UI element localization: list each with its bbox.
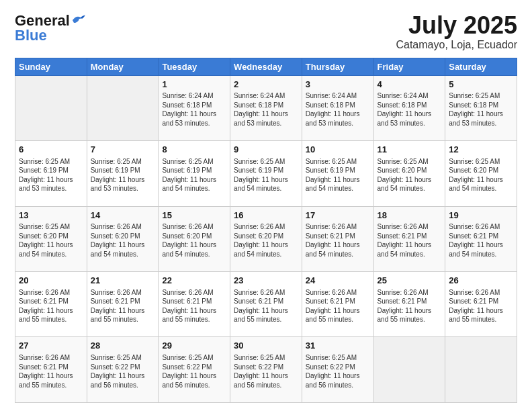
- header-friday: Friday: [373, 58, 445, 75]
- cell-sunset: Sunset: 6:20 PM: [19, 232, 69, 240]
- cell-daylight: Daylight: 11 hours and 54 minutes.: [19, 241, 73, 258]
- cell-info: Sunrise: 6:26 AMSunset: 6:21 PMDaylight:…: [19, 288, 83, 324]
- cell-sunset: Sunset: 6:21 PM: [19, 363, 69, 371]
- cell-sunset: Sunset: 6:19 PM: [91, 167, 140, 174]
- cell-sunset: Sunset: 6:22 PM: [306, 363, 355, 371]
- cell-sunrise: Sunrise: 6:25 AM: [19, 223, 70, 230]
- cell-daylight: Daylight: 11 hours and 53 minutes.: [91, 176, 145, 193]
- cell-sunrise: Sunrise: 6:25 AM: [306, 158, 357, 165]
- logo-blue-text: Blue: [15, 27, 47, 44]
- calendar-cell: 30Sunrise: 6:25 AMSunset: 6:22 PMDayligh…: [230, 337, 302, 403]
- calendar-cell: 8Sunrise: 6:25 AMSunset: 6:19 PMDaylight…: [159, 141, 230, 206]
- cell-sunrise: Sunrise: 6:26 AM: [378, 223, 429, 230]
- cell-date-number: 23: [234, 275, 298, 287]
- header-sunday: Sunday: [15, 58, 87, 75]
- title-block: July 2025 Catamayo, Loja, Ecuador: [396, 12, 517, 51]
- calendar-cell: 15Sunrise: 6:26 AMSunset: 6:20 PMDayligh…: [159, 206, 230, 271]
- calendar-cell: [445, 337, 517, 403]
- cell-info: Sunrise: 6:24 AMSunset: 6:18 PMDaylight:…: [234, 91, 298, 128]
- logo-bird-icon: [71, 13, 86, 26]
- cell-sunset: Sunset: 6:21 PM: [306, 298, 355, 305]
- cell-daylight: Daylight: 11 hours and 56 minutes.: [234, 372, 288, 389]
- cell-daylight: Daylight: 11 hours and 55 minutes.: [234, 307, 288, 324]
- cell-sunset: Sunset: 6:21 PM: [378, 298, 427, 305]
- cell-info: Sunrise: 6:25 AMSunset: 6:19 PMDaylight:…: [19, 157, 83, 193]
- logo: General Blue: [15, 12, 86, 44]
- cell-info: Sunrise: 6:26 AMSunset: 6:20 PMDaylight:…: [234, 222, 298, 259]
- cell-daylight: Daylight: 11 hours and 56 minutes.: [162, 372, 216, 389]
- calendar-cell: 31Sunrise: 6:25 AMSunset: 6:22 PMDayligh…: [302, 337, 373, 403]
- cell-date-number: 29: [162, 340, 226, 352]
- cell-sunset: Sunset: 6:21 PM: [306, 232, 355, 240]
- cell-sunrise: Sunrise: 6:26 AM: [91, 289, 142, 296]
- cell-daylight: Daylight: 11 hours and 53 minutes.: [19, 176, 73, 193]
- cell-date-number: 16: [234, 210, 298, 222]
- cell-date-number: 4: [378, 79, 442, 91]
- calendar-cell: 4Sunrise: 6:24 AMSunset: 6:18 PMDaylight…: [373, 75, 445, 140]
- header: General Blue July 2025 Catamayo, Loja, E…: [15, 12, 517, 51]
- cell-date-number: 28: [91, 340, 155, 352]
- cell-daylight: Daylight: 11 hours and 55 minutes.: [449, 307, 503, 324]
- cell-sunset: Sunset: 6:22 PM: [234, 363, 283, 371]
- cell-sunrise: Sunrise: 6:26 AM: [449, 289, 500, 296]
- cell-date-number: 25: [378, 275, 442, 287]
- calendar-cell: 6Sunrise: 6:25 AMSunset: 6:19 PMDaylight…: [15, 141, 87, 206]
- cell-sunset: Sunset: 6:21 PM: [449, 298, 498, 305]
- week-row-2: 6Sunrise: 6:25 AMSunset: 6:19 PMDaylight…: [15, 141, 517, 206]
- cell-info: Sunrise: 6:26 AMSunset: 6:21 PMDaylight:…: [306, 222, 370, 259]
- cell-sunset: Sunset: 6:18 PM: [162, 101, 212, 109]
- cell-info: Sunrise: 6:26 AMSunset: 6:21 PMDaylight:…: [449, 222, 513, 259]
- cell-daylight: Daylight: 11 hours and 54 minutes.: [449, 241, 503, 258]
- cell-sunrise: Sunrise: 6:24 AM: [162, 92, 213, 99]
- calendar-cell: 23Sunrise: 6:26 AMSunset: 6:21 PMDayligh…: [230, 272, 302, 337]
- cell-daylight: Daylight: 11 hours and 55 minutes.: [378, 307, 432, 324]
- header-thursday: Thursday: [302, 58, 373, 75]
- cell-sunset: Sunset: 6:20 PM: [162, 232, 212, 240]
- cell-info: Sunrise: 6:24 AMSunset: 6:18 PMDaylight:…: [162, 91, 226, 128]
- calendar-cell: 27Sunrise: 6:26 AMSunset: 6:21 PMDayligh…: [15, 337, 87, 403]
- cell-info: Sunrise: 6:26 AMSunset: 6:21 PMDaylight:…: [19, 353, 83, 390]
- cell-info: Sunrise: 6:25 AMSunset: 6:20 PMDaylight:…: [449, 157, 513, 193]
- cell-info: Sunrise: 6:25 AMSunset: 6:22 PMDaylight:…: [162, 353, 226, 390]
- cell-info: Sunrise: 6:25 AMSunset: 6:19 PMDaylight:…: [162, 157, 226, 193]
- cell-info: Sunrise: 6:25 AMSunset: 6:22 PMDaylight:…: [91, 353, 155, 390]
- cell-date-number: 17: [306, 210, 370, 222]
- cell-date-number: 12: [449, 144, 513, 156]
- cell-date-number: 26: [449, 275, 513, 287]
- cell-info: Sunrise: 6:26 AMSunset: 6:21 PMDaylight:…: [449, 288, 513, 324]
- calendar-cell: 2Sunrise: 6:24 AMSunset: 6:18 PMDaylight…: [230, 75, 302, 140]
- cell-date-number: 7: [91, 144, 155, 156]
- cell-daylight: Daylight: 11 hours and 55 minutes.: [19, 372, 73, 389]
- header-saturday: Saturday: [445, 58, 517, 75]
- calendar-cell: 11Sunrise: 6:25 AMSunset: 6:20 PMDayligh…: [373, 141, 445, 206]
- cell-daylight: Daylight: 11 hours and 55 minutes.: [306, 307, 360, 324]
- cell-info: Sunrise: 6:26 AMSunset: 6:21 PMDaylight:…: [162, 288, 226, 324]
- cell-info: Sunrise: 6:25 AMSunset: 6:19 PMDaylight:…: [234, 157, 298, 193]
- cell-sunset: Sunset: 6:20 PM: [234, 232, 283, 240]
- cell-sunrise: Sunrise: 6:26 AM: [19, 289, 70, 296]
- cell-sunrise: Sunrise: 6:26 AM: [234, 289, 285, 296]
- cell-sunrise: Sunrise: 6:25 AM: [162, 354, 213, 361]
- cell-date-number: 1: [162, 79, 226, 91]
- cell-sunrise: Sunrise: 6:26 AM: [378, 289, 429, 296]
- cell-daylight: Daylight: 11 hours and 56 minutes.: [91, 372, 145, 389]
- cell-info: Sunrise: 6:25 AMSunset: 6:22 PMDaylight:…: [234, 353, 298, 390]
- cell-sunrise: Sunrise: 6:24 AM: [306, 92, 357, 99]
- cell-daylight: Daylight: 11 hours and 54 minutes.: [91, 241, 145, 258]
- calendar-cell: 1Sunrise: 6:24 AMSunset: 6:18 PMDaylight…: [159, 75, 230, 140]
- cell-daylight: Daylight: 11 hours and 53 minutes.: [162, 110, 216, 127]
- cell-sunrise: Sunrise: 6:25 AM: [91, 354, 142, 361]
- cell-sunrise: Sunrise: 6:26 AM: [306, 223, 357, 230]
- cell-sunset: Sunset: 6:18 PM: [306, 101, 355, 109]
- calendar-cell: 10Sunrise: 6:25 AMSunset: 6:19 PMDayligh…: [302, 141, 373, 206]
- cell-sunset: Sunset: 6:20 PM: [378, 167, 427, 174]
- cell-sunset: Sunset: 6:19 PM: [19, 167, 69, 174]
- cell-sunrise: Sunrise: 6:25 AM: [234, 158, 285, 165]
- cell-daylight: Daylight: 11 hours and 54 minutes.: [162, 176, 216, 193]
- cell-info: Sunrise: 6:26 AMSunset: 6:21 PMDaylight:…: [378, 288, 442, 324]
- week-row-3: 13Sunrise: 6:25 AMSunset: 6:20 PMDayligh…: [15, 206, 517, 271]
- calendar-cell: 19Sunrise: 6:26 AMSunset: 6:21 PMDayligh…: [445, 206, 517, 271]
- cell-sunset: Sunset: 6:20 PM: [449, 167, 498, 174]
- cell-sunrise: Sunrise: 6:26 AM: [162, 289, 213, 296]
- cell-info: Sunrise: 6:24 AMSunset: 6:18 PMDaylight:…: [306, 91, 370, 128]
